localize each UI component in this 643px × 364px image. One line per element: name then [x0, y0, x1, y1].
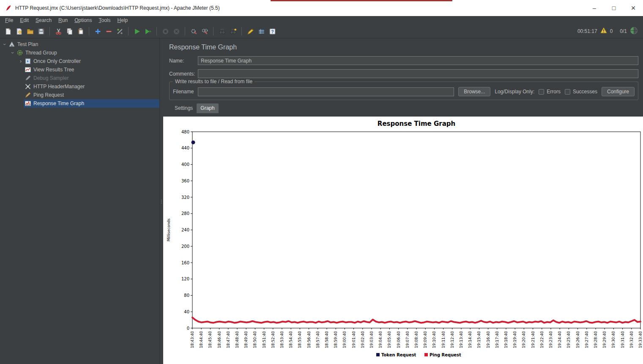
- svg-text:19:27:40: 19:27:40: [585, 331, 589, 348]
- toolbar-separator: [241, 27, 242, 35]
- tree-node[interactable]: Ping Request: [24, 91, 159, 99]
- successes-checkbox[interactable]: [565, 89, 570, 95]
- jmeter-window: HTTP Request.jmx (C:\Users\jstaerk\Downl…: [0, 0, 643, 364]
- tree-node[interactable]: Once Only Controller: [24, 57, 159, 65]
- search-icon[interactable]: [216, 26, 227, 37]
- svg-text:19:06:40: 19:06:40: [397, 331, 401, 348]
- svg-text:440: 440: [181, 146, 189, 150]
- svg-text:?: ?: [271, 29, 274, 34]
- tree-item-debug-sampler[interactable]: Debug Sampler: [0, 74, 159, 82]
- form-area: Response Time Graph Name: Comments: Writ…: [163, 38, 643, 117]
- svg-text:120: 120: [181, 277, 189, 281]
- minimize-button[interactable]: –: [585, 0, 604, 16]
- close-button[interactable]: ×: [624, 0, 643, 16]
- tree-item-thread-group[interactable]: ›Thread Group: [0, 49, 159, 57]
- clear-icon[interactable]: [188, 26, 199, 37]
- stop-icon[interactable]: [160, 26, 171, 37]
- svg-text:19:11:40: 19:11:40: [441, 331, 446, 348]
- errors-label: Errors: [547, 89, 561, 95]
- tree-item-label: Once Only Controller: [33, 58, 81, 64]
- menu-item-search[interactable]: Search: [32, 16, 55, 24]
- tree-node[interactable]: Test Plan: [8, 40, 159, 49]
- function-helper-icon[interactable]: [245, 26, 256, 37]
- tree-node[interactable]: Response Time Graph: [24, 99, 159, 108]
- menu-item-help[interactable]: Help: [114, 16, 131, 24]
- comments-row: Comments:: [169, 69, 638, 78]
- tree-node[interactable]: View Results Tree: [24, 65, 159, 74]
- menu-item-run[interactable]: Run: [55, 16, 71, 24]
- clear-all-icon[interactable]: [199, 26, 210, 37]
- menu-item-file[interactable]: File: [2, 16, 16, 24]
- copy-icon[interactable]: [64, 26, 75, 37]
- start-no-pauses-icon[interactable]: [142, 26, 153, 37]
- menu-item-tools[interactable]: Tools: [96, 16, 114, 24]
- tree-item-test-plan[interactable]: ›Test Plan: [0, 40, 159, 49]
- warning-count: 0: [610, 28, 613, 34]
- svg-text:80: 80: [184, 293, 189, 298]
- svg-text:19:10:40: 19:10:40: [432, 331, 436, 348]
- svg-text:18:45:40: 18:45:40: [208, 331, 212, 348]
- templates-icon[interactable]: [14, 26, 25, 37]
- successes-label: Successes: [573, 89, 597, 95]
- svg-text:19:30:40: 19:30:40: [611, 331, 616, 348]
- open-file-icon[interactable]: [25, 26, 36, 37]
- tree-indent: [0, 99, 18, 108]
- tree-item-ping-request[interactable]: Ping Request: [0, 91, 159, 99]
- chevron-right-icon[interactable]: ›: [18, 57, 24, 65]
- tree-item-once-only-controller[interactable]: ›Once Only Controller: [0, 57, 159, 65]
- paste-icon[interactable]: [75, 26, 86, 37]
- results-file-group-title: Write results to file / Read from file: [173, 79, 254, 84]
- collapse-all-icon[interactable]: [103, 26, 114, 37]
- tree-node[interactable]: Debug Sampler: [24, 74, 159, 82]
- legend-label-ping-request: Ping Request: [430, 353, 461, 357]
- svg-text:360: 360: [181, 179, 189, 183]
- tree-indent: [0, 57, 18, 65]
- results-tree-icon: [25, 66, 31, 73]
- cut-icon[interactable]: [53, 26, 64, 37]
- expand-all-icon[interactable]: [92, 26, 103, 37]
- tree-item-response-time-graph[interactable]: Response Time Graph: [0, 99, 159, 108]
- svg-text:19:15:40: 19:15:40: [477, 331, 481, 348]
- start-icon[interactable]: [131, 26, 142, 37]
- svg-text:19:28:40: 19:28:40: [594, 331, 598, 348]
- tree-node[interactable]: HTTP HeaderManager: [24, 82, 159, 91]
- svg-text:19:33:40: 19:33:40: [638, 331, 643, 348]
- configure-button[interactable]: Configure: [602, 87, 635, 96]
- menu-item-options[interactable]: Options: [71, 16, 95, 24]
- name-input[interactable]: [198, 56, 638, 65]
- tab-settings[interactable]: Settings: [171, 103, 197, 113]
- tree-item-http-headermanager[interactable]: HTTP HeaderManager: [0, 82, 159, 91]
- svg-text:19:05:40: 19:05:40: [387, 331, 391, 348]
- warning-icon[interactable]: [600, 27, 607, 35]
- legend-swatch-ping-request: [424, 353, 428, 356]
- svg-text:18:57:40: 18:57:40: [316, 331, 320, 348]
- svg-text:18:48:40: 18:48:40: [235, 331, 239, 348]
- toolbar-status: 00:51:17 0 0/1: [577, 27, 638, 36]
- tree-indent: [0, 65, 18, 74]
- toggle-elements-icon[interactable]: [114, 26, 125, 37]
- maximize-button[interactable]: □: [604, 0, 624, 16]
- comments-input[interactable]: [198, 69, 638, 78]
- help-icon[interactable]: ?: [267, 26, 278, 37]
- filename-input[interactable]: [198, 87, 454, 96]
- tree-indent: [0, 91, 18, 99]
- errors-checkbox[interactable]: [539, 89, 544, 95]
- tab-graph[interactable]: Graph: [197, 103, 218, 113]
- menu-item-edit[interactable]: Edit: [16, 16, 32, 24]
- svg-text:18:53:40: 18:53:40: [280, 331, 284, 348]
- browse-button[interactable]: Browse...: [458, 87, 490, 96]
- tree-splitter[interactable]: ⋮: [160, 38, 163, 364]
- thread-status-globe-icon: [630, 27, 638, 36]
- tree-item-view-results-tree[interactable]: View Results Tree: [0, 65, 159, 74]
- chevron-down-icon[interactable]: ›: [8, 50, 17, 56]
- chevron-down-icon[interactable]: ›: [0, 41, 9, 47]
- search-reset-icon[interactable]: [227, 26, 238, 37]
- new-file-icon[interactable]: [3, 26, 14, 37]
- save-icon[interactable]: [36, 26, 47, 37]
- log-viewer-icon[interactable]: [256, 26, 267, 37]
- svg-text:19:07:40: 19:07:40: [405, 331, 410, 348]
- shutdown-icon[interactable]: [171, 26, 182, 37]
- tree-node[interactable]: Thread Group: [16, 49, 159, 57]
- plot-area: [192, 132, 640, 328]
- toolbar-separator: [213, 27, 213, 35]
